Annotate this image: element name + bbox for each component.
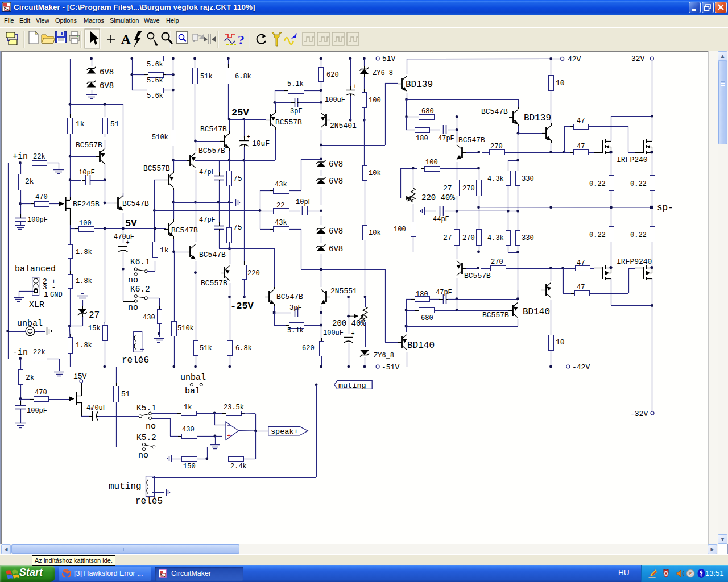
svg-text:+: + bbox=[247, 134, 250, 140]
svg-text:3pF: 3pF bbox=[289, 304, 302, 312]
svg-text:no: no bbox=[146, 422, 156, 431]
svg-text:1.8k: 1.8k bbox=[76, 277, 92, 285]
svg-text:180: 180 bbox=[416, 290, 428, 298]
svg-text:sp-: sp- bbox=[657, 203, 673, 213]
svg-text:6.8k: 6.8k bbox=[235, 344, 252, 352]
svg-text:51k: 51k bbox=[200, 73, 213, 81]
svg-text:10: 10 bbox=[556, 79, 565, 88]
svg-text:430: 430 bbox=[143, 314, 155, 322]
svg-text:27: 27 bbox=[443, 184, 452, 193]
svg-text:47: 47 bbox=[577, 143, 585, 151]
svg-text:10pF: 10pF bbox=[296, 198, 312, 206]
svg-text:47pF: 47pF bbox=[436, 289, 452, 297]
svg-text:100uF: 100uF bbox=[323, 329, 344, 337]
svg-text:27: 27 bbox=[443, 234, 452, 242]
svg-text:+in: +in bbox=[13, 152, 28, 161]
svg-text:330: 330 bbox=[522, 234, 534, 242]
svg-text:BC557B: BC557B bbox=[275, 118, 302, 127]
svg-text:+: + bbox=[126, 240, 129, 246]
svg-text:47pF: 47pF bbox=[199, 168, 216, 176]
svg-text:270: 270 bbox=[490, 143, 503, 151]
svg-text:2k: 2k bbox=[26, 373, 35, 382]
svg-text:4.3k: 4.3k bbox=[487, 175, 504, 183]
svg-text:75: 75 bbox=[233, 223, 242, 232]
svg-text:270: 270 bbox=[462, 234, 475, 242]
svg-text:0.22: 0.22 bbox=[589, 180, 606, 188]
svg-text:1k: 1k bbox=[160, 246, 169, 255]
svg-text:3pF: 3pF bbox=[290, 107, 303, 115]
svg-text:22k: 22k bbox=[33, 153, 46, 161]
svg-text:470: 470 bbox=[35, 193, 48, 201]
svg-text:no: no bbox=[138, 451, 148, 460]
svg-text:−: − bbox=[227, 422, 231, 430]
svg-text:6V8: 6V8 bbox=[329, 160, 343, 169]
svg-text:47pF: 47pF bbox=[438, 135, 454, 143]
svg-text:23.5k: 23.5k bbox=[224, 404, 244, 411]
svg-text:42V: 42V bbox=[568, 55, 581, 64]
svg-text:150: 150 bbox=[183, 463, 196, 471]
svg-text:220: 220 bbox=[247, 269, 260, 277]
svg-text:balanced: balanced bbox=[15, 264, 56, 274]
svg-text:BC557B: BC557B bbox=[198, 147, 225, 155]
svg-text:6V8: 6V8 bbox=[100, 68, 114, 77]
svg-text:220 40%: 220 40% bbox=[421, 193, 455, 202]
svg-text:5.6k: 5.6k bbox=[147, 77, 163, 85]
svg-text:510k: 510k bbox=[177, 325, 194, 332]
svg-text:BC557B: BC557B bbox=[76, 141, 102, 149]
svg-text:470uF: 470uF bbox=[114, 233, 134, 241]
svg-text:BC547B: BC547B bbox=[171, 226, 198, 235]
svg-text:-51V: -51V bbox=[382, 363, 399, 372]
svg-text:muting: muting bbox=[109, 481, 142, 492]
svg-text:10uF: 10uF bbox=[252, 139, 270, 148]
svg-text:ZY6_8: ZY6_8 bbox=[373, 69, 393, 77]
svg-text:100: 100 bbox=[394, 226, 406, 234]
svg-text:BC557B: BC557B bbox=[201, 279, 228, 288]
svg-text:BD140: BD140 bbox=[523, 307, 550, 317]
svg-text:32V: 32V bbox=[631, 55, 645, 63]
svg-text:+: + bbox=[353, 84, 357, 90]
svg-text:330: 330 bbox=[522, 175, 534, 183]
svg-text:BC557B: BC557B bbox=[143, 164, 170, 173]
svg-text:K5.1: K5.1 bbox=[136, 404, 156, 413]
svg-text:10pF: 10pF bbox=[78, 169, 95, 177]
svg-text:1: 1 bbox=[44, 290, 48, 299]
svg-text:BC547B: BC547B bbox=[122, 199, 149, 208]
svg-text:-32V: -32V bbox=[630, 410, 648, 418]
svg-text:620: 620 bbox=[302, 344, 315, 352]
svg-text:100: 100 bbox=[369, 97, 381, 105]
svg-text:5.1k: 5.1k bbox=[287, 80, 304, 88]
svg-text:BC547B: BC547B bbox=[458, 136, 485, 144]
svg-text:BC557B: BC557B bbox=[482, 311, 509, 319]
svg-text:0.22: 0.22 bbox=[589, 231, 606, 239]
svg-text:-in: -in bbox=[13, 348, 28, 357]
svg-text:+: + bbox=[90, 406, 93, 413]
svg-text:100: 100 bbox=[425, 159, 438, 167]
svg-text:relé5: relé5 bbox=[135, 496, 163, 506]
svg-text:51: 51 bbox=[121, 390, 130, 398]
svg-text:K6.2: K6.2 bbox=[130, 285, 150, 294]
svg-text:100pF: 100pF bbox=[27, 407, 47, 415]
svg-text:51V: 51V bbox=[382, 55, 396, 63]
svg-text:muting: muting bbox=[338, 381, 366, 390]
svg-text:270: 270 bbox=[491, 258, 503, 266]
svg-text:43k: 43k bbox=[275, 181, 287, 189]
svg-text:0.22: 0.22 bbox=[630, 180, 647, 188]
svg-text:100pF: 100pF bbox=[27, 216, 48, 224]
svg-text:47: 47 bbox=[577, 284, 585, 292]
svg-text:10: 10 bbox=[556, 338, 565, 347]
svg-text:620: 620 bbox=[326, 71, 339, 79]
svg-text:BC547B: BC547B bbox=[199, 251, 226, 259]
svg-text:no: no bbox=[128, 303, 138, 313]
svg-text:BD140: BD140 bbox=[407, 340, 435, 351]
svg-text:15V: 15V bbox=[73, 372, 87, 381]
svg-text:BC547B: BC547B bbox=[200, 125, 227, 134]
svg-text:BD139: BD139 bbox=[406, 80, 433, 90]
svg-text:100uF: 100uF bbox=[325, 96, 345, 104]
svg-text:180: 180 bbox=[416, 135, 428, 143]
svg-text:10k: 10k bbox=[369, 169, 381, 177]
svg-text:BF245B: BF245B bbox=[73, 200, 100, 209]
svg-text:bal: bal bbox=[185, 386, 200, 396]
svg-text:6V8: 6V8 bbox=[100, 81, 114, 90]
svg-text:100: 100 bbox=[79, 219, 92, 227]
svg-text:5V: 5V bbox=[125, 218, 137, 229]
